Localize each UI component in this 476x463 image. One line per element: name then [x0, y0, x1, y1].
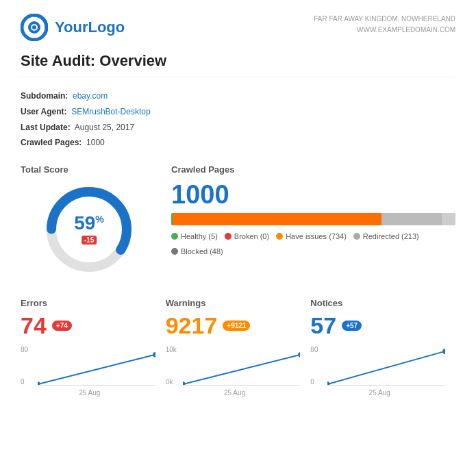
legend-redirected: Redirected (213) [353, 232, 419, 240]
progress-redirected [381, 213, 442, 225]
legend-healthy: Healthy (5) [171, 232, 218, 240]
legend-dot-blocked [171, 248, 178, 255]
legend-blocked: Blocked (48) [171, 247, 223, 255]
logo-area: YourLogo [21, 14, 125, 41]
header-meta-line1: FAR FAR AWAY KINGDOM, NOWHERELAND [314, 14, 455, 25]
notices-section: Notices 57 +57 80 0 25 Aug [310, 298, 455, 399]
warnings-value-row: 9217 +9121 [166, 312, 304, 339]
last-update-label: Last Update: [21, 123, 71, 132]
meta-subdomain: Subdomain: ebay.com [21, 88, 455, 104]
errors-x-label: 25 Aug [79, 389, 100, 397]
user-agent-value: SEMrushBot-Desktop [71, 107, 150, 116]
errors-value-row: 74 +74 [21, 312, 159, 339]
warnings-badge: +9121 [223, 321, 250, 331]
legend-label-healthy: Healthy (5) [181, 232, 218, 240]
header-meta-line2: WWW.EXAMPLEDOMAIN.COM [314, 25, 455, 36]
page-wrapper: YourLogo FAR FAR AWAY KINGDOM, NOWHERELA… [0, 0, 476, 413]
svg-point-7 [153, 352, 155, 358]
notices-chart: 80 0 25 Aug [310, 345, 449, 399]
notices-value-row: 57 +57 [310, 312, 449, 339]
crawled-number: 1000 [171, 182, 455, 208]
user-agent-label: User Agent: [21, 107, 67, 116]
meta-info: Subdomain: ebay.com User Agent: SEMrushB… [21, 88, 455, 151]
errors-line-area [38, 348, 155, 386]
svg-line-8 [183, 355, 301, 384]
errors-label: Errors [21, 298, 159, 308]
progress-legend: Healthy (5) Broken (0) Have issues (734)… [171, 232, 455, 255]
svg-point-2 [32, 25, 36, 29]
subdomain-label: Subdomain: [21, 91, 68, 101]
errors-chart: 80 0 25 Aug [21, 345, 159, 399]
notices-x-label: 25 Aug [369, 389, 390, 397]
progress-bar [171, 213, 455, 225]
subdomain-value: ebay.com [73, 91, 108, 101]
errors-badge: +74 [52, 321, 72, 331]
logo-text: YourLogo [55, 18, 125, 36]
donut-container: 59% -15 [41, 182, 137, 277]
legend-label-issues: Have issues (734) [286, 232, 347, 240]
svg-point-10 [298, 352, 300, 358]
notices-line-svg [327, 348, 445, 385]
errors-y-top: 80 [21, 346, 28, 353]
warnings-label: Warnings [166, 298, 304, 308]
notices-line-area [327, 348, 445, 386]
svg-line-5 [38, 355, 155, 384]
legend-label-blocked: Blocked (48) [181, 247, 223, 255]
warnings-number: 9217 [166, 312, 218, 339]
legend-dot-redirected [353, 233, 360, 240]
warnings-line-svg [183, 348, 301, 385]
crawled-pages-value: 1000 [86, 138, 105, 147]
notices-number: 57 [310, 312, 336, 339]
progress-issues [173, 213, 381, 225]
total-score-label: Total Score [21, 164, 158, 175]
meta-crawled-pages: Crawled Pages: 1000 [21, 135, 455, 151]
svg-point-13 [443, 349, 445, 354]
svg-line-11 [327, 351, 445, 384]
legend-broken: Broken (0) [225, 232, 269, 240]
legend-dot-healthy [171, 233, 178, 240]
warnings-chart: 10k 0k 25 Aug [166, 345, 304, 399]
logo-icon [21, 14, 48, 41]
legend-label-broken: Broken (0) [234, 232, 269, 240]
legend-dot-broken [225, 233, 231, 240]
last-update-value: August 25, 2017 [75, 123, 134, 132]
errors-section: Errors 74 +74 80 0 25 Aug [21, 298, 166, 399]
errors-line-svg [38, 348, 155, 385]
progress-blocked [442, 213, 455, 225]
warnings-y-bottom: 0k [166, 378, 173, 386]
notices-label: Notices [310, 298, 449, 308]
donut-center: 59% -15 [74, 214, 104, 245]
svg-point-6 [38, 381, 40, 385]
donut-badge: -15 [82, 236, 97, 245]
crawled-pages-section-label: Crawled Pages [171, 164, 455, 175]
legend-dot-issues [276, 233, 283, 240]
errors-number: 74 [21, 312, 47, 339]
warnings-section: Warnings 9217 +9121 10k 0k 25 Aug [166, 298, 311, 399]
crawled-section: Crawled Pages 1000 Healthy (5) Broken (0… [171, 164, 455, 255]
meta-user-agent: User Agent: SEMrushBot-Desktop [21, 104, 455, 120]
notices-y-top: 80 [310, 346, 318, 353]
header: YourLogo FAR FAR AWAY KINGDOM, NOWHERELA… [21, 14, 455, 41]
svg-point-12 [327, 381, 329, 385]
stats-row: Errors 74 +74 80 0 25 Aug Warni [21, 298, 455, 399]
svg-point-9 [183, 381, 185, 385]
legend-label-redirected: Redirected (213) [363, 232, 419, 240]
notices-y-bottom: 0 [310, 378, 314, 386]
page-title: Site Audit: Overview [21, 52, 455, 77]
score-section: Total Score 59% -15 [21, 164, 158, 277]
header-meta: FAR FAR AWAY KINGDOM, NOWHERELAND WWW.EX… [314, 14, 455, 36]
warnings-y-top: 10k [166, 346, 177, 353]
donut-percent: 59% [74, 214, 104, 233]
overview-row: Total Score 59% -15 Crawled Pag [21, 164, 455, 277]
warnings-x-label: 25 Aug [224, 389, 245, 397]
notices-badge: +57 [342, 321, 362, 331]
meta-last-update: Last Update: August 25, 2017 [21, 120, 455, 136]
errors-y-bottom: 0 [21, 378, 25, 386]
crawled-pages-label: Crawled Pages: [21, 138, 82, 147]
legend-issues: Have issues (734) [276, 232, 347, 240]
warnings-line-area [183, 348, 301, 386]
